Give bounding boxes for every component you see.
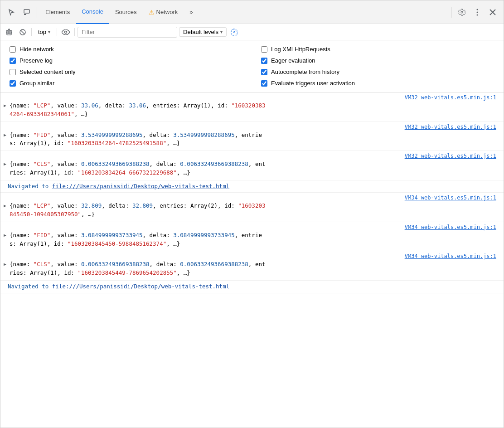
setting-log-xml: Log XMLHttpRequests [261, 46, 494, 53]
console-settings-panel: Hide network Log XMLHttpRequests Preserv… [0, 40, 504, 92]
setting-selected-context: Selected context only [10, 68, 243, 75]
log-xml-label[interactable]: Log XMLHttpRequests [271, 46, 330, 53]
log-content: ▶ {name: "CLS", value: 0.006332493669388… [0, 259, 504, 278]
inspect-icon[interactable] [19, 5, 34, 19]
log-content: ▶ {name: "CLS", value: 0.006332493669388… [0, 159, 504, 178]
log-entry: VM32 web-vitals.es5.min.js:1 ▶ {name: "F… [0, 122, 504, 151]
navigation-entry: Navigated to file:///Users/panissidi/Des… [0, 281, 504, 293]
navigation-entry: Navigated to file:///Users/panissidi/Des… [0, 180, 504, 193]
log-source[interactable]: VM32 web-vitals.es5.min.js:1 [0, 94, 504, 101]
expand-icon[interactable]: ▶ [0, 260, 10, 268]
expand-icon[interactable]: ▶ [0, 102, 10, 109]
log-levels-dropdown[interactable]: Default levels ▾ [179, 27, 227, 37]
console-log-area: VM32 web-vitals.es5.min.js:1 ▶ {name: "L… [0, 92, 504, 293]
svg-rect-1 [24, 14, 26, 15]
log-text: {name: "CLS", value: 0.00633249366938823… [10, 160, 496, 177]
svg-rect-0 [24, 10, 29, 13]
log-source[interactable]: VM34 web-vitals.es5.min.js:1 [0, 195, 504, 201]
context-selector[interactable]: top ▾ [34, 28, 54, 36]
eye-icon[interactable] [60, 26, 72, 38]
log-entry: VM32 web-vitals.es5.min.js:1 ▶ {name: "C… [0, 151, 504, 180]
navigation-url[interactable]: file:///Users/panissidi/Desktop/web-vita… [52, 183, 229, 190]
navigation-url[interactable]: file:///Users/panissidi/Desktop/web-vita… [52, 283, 229, 290]
log-content: ▶ {name: "LCP", value: 33.06, delta: 33.… [0, 101, 504, 120]
group-similar-label[interactable]: Group similar [19, 80, 54, 87]
devtools-more-button[interactable] [470, 5, 485, 19]
log-content: ▶ {name: "FID", value: 3.084999999373394… [0, 230, 504, 249]
expand-icon[interactable]: ▶ [0, 160, 10, 167]
svg-point-10 [65, 31, 67, 33]
svg-point-4 [477, 14, 478, 15]
cursor-icon[interactable] [4, 5, 19, 19]
clear-console-button[interactable] [3, 26, 15, 38]
log-source[interactable]: VM32 web-vitals.es5.min.js:1 [0, 124, 504, 130]
toolbar-divider-2 [57, 28, 57, 36]
warning-icon: ⚠ [149, 9, 155, 16]
toolbar-divider-1 [31, 28, 32, 36]
setting-eager-eval: Eager evaluation [261, 57, 494, 64]
devtools-actions [455, 5, 500, 19]
tab-separator-right [451, 7, 452, 18]
tab-console[interactable]: Console [76, 0, 109, 24]
block-icon[interactable] [17, 26, 29, 38]
group-similar-checkbox[interactable] [10, 80, 16, 87]
log-entry: VM34 web-vitals.es5.min.js:1 ▶ {name: "F… [0, 222, 504, 252]
svg-point-2 [477, 9, 478, 10]
tab-separator [37, 7, 37, 18]
log-content: ▶ {name: "FID", value: 3.534999999928869… [0, 130, 504, 149]
eager-eval-label[interactable]: Eager evaluation [271, 57, 315, 64]
filter-input[interactable] [78, 27, 177, 38]
setting-preserve-log: Preserve log [10, 57, 243, 64]
expand-icon[interactable]: ▶ [0, 131, 10, 138]
log-entry: VM32 web-vitals.es5.min.js:1 ▶ {name: "L… [0, 92, 504, 122]
svg-point-3 [477, 11, 478, 13]
devtools-close-button[interactable] [485, 5, 500, 19]
selected-context-checkbox[interactable] [10, 69, 16, 75]
preserve-log-label[interactable]: Preserve log [19, 57, 53, 64]
chevron-down-icon: ▾ [48, 29, 50, 34]
svg-line-9 [21, 30, 25, 34]
log-content: ▶ {name: "LCP", value: 32.809, delta: 32… [0, 201, 504, 220]
preserve-log-checkbox[interactable] [10, 58, 16, 64]
console-settings-button[interactable] [228, 26, 240, 38]
log-source[interactable]: VM34 web-vitals.es5.min.js:1 [0, 253, 504, 259]
tab-more[interactable]: » [184, 0, 198, 24]
log-source[interactable]: VM32 web-vitals.es5.min.js:1 [0, 153, 504, 159]
selected-context-label[interactable]: Selected context only [19, 68, 76, 75]
console-toolbar: top ▾ Default levels ▾ [0, 24, 504, 40]
tab-network[interactable]: ⚠ Network [143, 0, 184, 24]
log-text: {name: "FID", value: 3.0849999993733945,… [10, 231, 496, 248]
log-xml-checkbox[interactable] [261, 46, 267, 53]
autocomplete-label[interactable]: Autocomplete from history [271, 68, 339, 75]
toolbar-divider-3 [74, 28, 75, 36]
autocomplete-checkbox[interactable] [261, 69, 267, 75]
devtools-settings-button[interactable] [455, 5, 469, 19]
expand-icon[interactable]: ▶ [0, 231, 10, 238]
log-text: {name: "LCP", value: 33.06, delta: 33.06… [10, 102, 496, 119]
tab-sources[interactable]: Sources [110, 0, 142, 24]
chevron-down-icon: ▾ [220, 29, 223, 34]
log-text: {name: "FID", value: 3.5349999999288695,… [10, 131, 496, 148]
hide-network-label[interactable]: Hide network [19, 46, 54, 53]
log-source[interactable]: VM34 web-vitals.es5.min.js:1 [0, 224, 504, 230]
devtools-tab-bar: Elements Console Sources ⚠ Network » [0, 0, 504, 24]
tab-elements[interactable]: Elements [40, 0, 75, 24]
eval-triggers-label[interactable]: Evaluate triggers user activation [271, 80, 355, 87]
eager-eval-checkbox[interactable] [261, 58, 267, 64]
expand-icon[interactable]: ▶ [0, 202, 10, 209]
setting-hide-network: Hide network [10, 46, 243, 53]
log-text: {name: "CLS", value: 0.00633249366938823… [10, 260, 496, 277]
hide-network-checkbox[interactable] [10, 46, 16, 53]
log-entry: VM34 web-vitals.es5.min.js:1 ▶ {name: "C… [0, 251, 504, 281]
log-text: {name: "LCP", value: 32.809, delta: 32.8… [10, 202, 496, 219]
eval-triggers-checkbox[interactable] [261, 80, 267, 87]
log-entry: VM34 web-vitals.es5.min.js:1 ▶ {name: "L… [0, 193, 504, 222]
setting-autocomplete: Autocomplete from history [261, 68, 494, 75]
setting-eval-triggers: Evaluate triggers user activation [261, 80, 494, 87]
setting-group-similar: Group similar [10, 80, 243, 87]
